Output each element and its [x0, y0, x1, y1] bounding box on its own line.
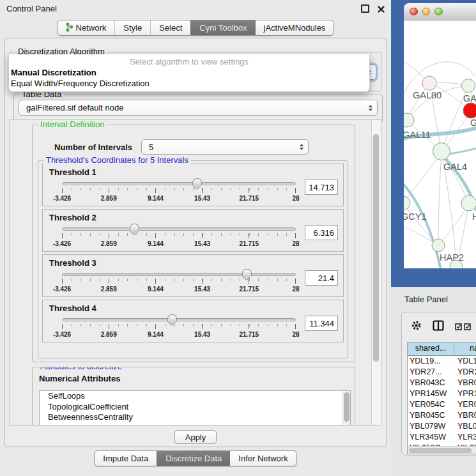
threshold-2-slider[interactable]: -3.426 2.859 9.144 15.43 21.715 28 [62, 224, 296, 250]
interval-definition-label: Interval Definition [38, 120, 107, 129]
node-right-mid[interactable] [461, 196, 476, 211]
node-label-gal4: GAL4 [443, 162, 467, 172]
network-window-titlebar[interactable] [404, 3, 476, 20]
close-traffic-light-icon[interactable] [410, 8, 418, 16]
table-horizontal-scrollbar[interactable] [408, 446, 476, 454]
tab-select[interactable]: Select [150, 20, 190, 35]
scrollbar-thumb[interactable] [373, 134, 379, 362]
interval-definition-group: Interval Definition Number of Intervals … [32, 125, 355, 362]
dropdown-option-manual-discretization[interactable]: Manual Discretization [9, 67, 369, 78]
threshold-2-value-field[interactable]: 6.316 [305, 225, 338, 240]
tab-discretize-data[interactable]: Discretize Data [157, 451, 230, 466]
cyni-toolbox-panel: Discretization Algorithm Select algorith… [4, 38, 387, 447]
node-label-hap2: HAP2 [440, 252, 464, 263]
slider-thumb[interactable] [130, 224, 139, 231]
node-gal4[interactable] [433, 143, 450, 160]
close-icon[interactable] [378, 5, 385, 12]
plugin-tabs: Network Style Select Cyni Toolbox jActiv… [57, 20, 335, 36]
network-tree-icon [66, 22, 73, 34]
numerical-attributes-label: Numerical Attributes [39, 374, 120, 383]
table-row[interactable]: YER054CYER054C [408, 399, 476, 410]
table-row[interactable]: YBL079WYBL079W [408, 421, 476, 432]
tab-impute-data[interactable]: Impute Data [95, 451, 157, 466]
list-item[interactable]: SelfLoops [40, 391, 350, 402]
column-header-name[interactable]: name [454, 342, 476, 355]
threshold-4-value-field[interactable]: 11.344 [305, 316, 338, 331]
node-attribute-table[interactable]: shared... name YDL19...YDL19... YDR27...… [407, 342, 476, 454]
node-label-gcy1: GCY1 [404, 211, 427, 222]
attributes-group-label: Attributes to discretize [38, 367, 125, 371]
threshold-4-label: Threshold 4 [43, 300, 343, 313]
slider-thumb[interactable] [167, 314, 177, 321]
column-split-icon[interactable] [433, 320, 444, 333]
minimize-traffic-light-icon[interactable] [422, 8, 431, 16]
table-row[interactable]: YDL19...YDL19... [408, 356, 476, 367]
settings-scrollbar[interactable] [371, 120, 381, 425]
apply-button[interactable]: Apply [174, 430, 217, 444]
slider-track[interactable] [62, 273, 296, 276]
dropdown-option-equal-width-frequency[interactable]: Equal Width/Frequency Discretization [9, 78, 369, 89]
threshold-3-slider[interactable]: -3.426 2.859 9.144 15.43 21.715 28 [62, 269, 296, 296]
threshold-3-panel: Threshold 3 -3.426 [42, 254, 344, 297]
node-label-gal11: GAL11 [404, 130, 431, 140]
slider-track[interactable] [62, 182, 296, 185]
threshold-3-value-field[interactable]: 21.4 [305, 270, 338, 286]
slider-major-ticks [62, 233, 296, 238]
table-header-row: shared... name [408, 342, 476, 356]
network-canvas[interactable]: GAL80 GA G GAL11 GAL4 GCY1 H HAP2 [404, 20, 476, 268]
threshold-1-panel: Threshold 1 -3.426 [42, 164, 344, 206]
table-row[interactable]: YDR27...YDR27... [408, 367, 476, 378]
zoom-traffic-light-icon[interactable] [434, 8, 443, 16]
select-columns-icon[interactable] [455, 323, 471, 330]
slider-thumb[interactable] [242, 269, 252, 276]
table-panel-title: Table Panel [404, 295, 448, 304]
control-panel: Control Panel Network Style Select Cyni … [0, 0, 391, 476]
tab-style[interactable]: Style [114, 20, 150, 35]
table-panel-toolbar [411, 320, 471, 333]
node-gal80[interactable] [422, 76, 436, 90]
tab-infer-network[interactable]: Infer Network [230, 451, 296, 466]
table-row[interactable]: YBR045CYBR045C [408, 410, 476, 421]
slider-thumb[interactable] [192, 178, 202, 185]
thresholds-group-label: Threshold's Coordinates for 5 Intervals [43, 156, 191, 165]
table-panel: shared... name YDL19...YDL19... YDR27...… [401, 312, 476, 456]
numerical-attributes-list[interactable]: SelfLoops TopologicalCoefficient Between… [39, 390, 351, 426]
attributes-group: Attributes to discretize Numerical Attri… [32, 367, 355, 426]
list-item[interactable]: BetweennessCentrality [40, 412, 350, 423]
tab-jactivemnodules[interactable]: jActiveMNodules [256, 20, 334, 35]
list-item[interactable]: TopologicalCoefficient [40, 402, 350, 413]
node-label-partial: G [470, 118, 476, 128]
list-scrollbar[interactable] [342, 391, 350, 426]
cyni-mode-tabs: Impute Data Discretize Data Infer Networ… [94, 450, 296, 466]
tab-cyni-toolbox[interactable]: Cyni Toolbox [190, 20, 255, 35]
slider-tick-labels: -3.426 2.859 9.144 15.43 21.715 28 [62, 240, 296, 248]
panel-title: Control Panel [6, 4, 57, 13]
node-gcy1[interactable] [404, 196, 410, 210]
threshold-1-value-field[interactable]: 14.713 [305, 180, 338, 195]
right-column: GAL80 GA G GAL11 GAL4 GCY1 H HAP2 Table … [391, 0, 476, 476]
node-selected-red[interactable] [463, 103, 476, 118]
number-of-intervals-combo[interactable]: 5 [141, 139, 309, 155]
number-of-intervals-label: Number of Intervals [54, 142, 132, 152]
table-row[interactable]: YBR043CYBR043C [408, 378, 476, 388]
combo-stepper-icon [300, 144, 303, 150]
column-header-shared-name[interactable]: shared... [408, 342, 454, 355]
algorithm-dropdown-list: Select algorithm to view settings Manual… [8, 54, 370, 92]
slider-track[interactable] [62, 318, 296, 321]
node-top-right[interactable] [462, 79, 475, 93]
threshold-4-slider[interactable]: -3.426 2.859 9.144 15.43 21.715 28 [62, 314, 296, 341]
scrollbar-thumb[interactable] [409, 448, 472, 453]
settings-gear-icon[interactable] [411, 320, 422, 333]
table-row[interactable]: YPR145WYPR145W [408, 388, 476, 399]
thresholds-group: Threshold's Coordinates for 5 Intervals … [38, 160, 348, 358]
slider-track[interactable] [62, 227, 296, 231]
dropdown-prompt-item[interactable]: Select algorithm to view settings [9, 56, 369, 67]
table-row[interactable]: YLR345WYLR345W [408, 432, 476, 443]
float-window-icon[interactable] [361, 4, 369, 13]
threshold-2-label: Threshold 2 [43, 210, 343, 222]
node-hap2[interactable] [432, 239, 445, 252]
threshold-1-slider[interactable]: -3.426 2.859 9.144 15.43 21.715 28 [62, 178, 296, 205]
slider-tick-labels: -3.426 2.859 9.144 15.43 21.715 28 [62, 331, 296, 339]
table-data-combo[interactable]: galFiltered.sif default node [19, 100, 378, 116]
tab-network[interactable]: Network [58, 20, 115, 35]
